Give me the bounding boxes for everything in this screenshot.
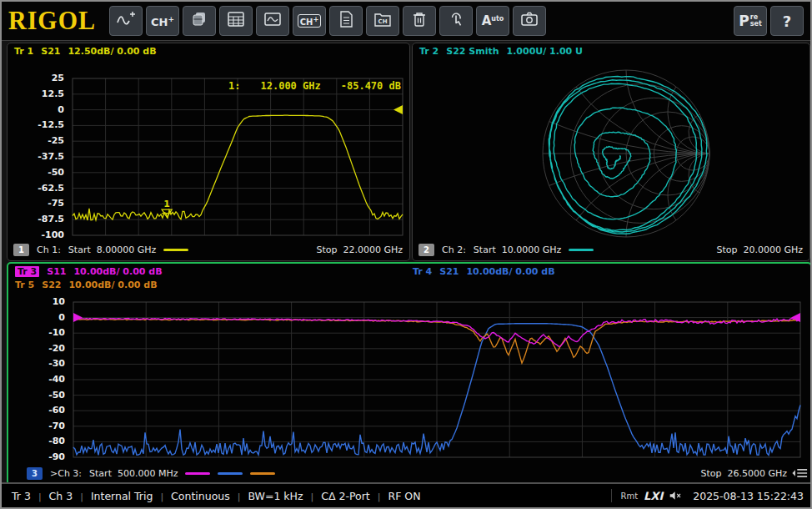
y-axis-tick: -87.5 [11,214,64,224]
toolbar-button-auto-scale[interactable]: Auto [476,6,509,36]
ch2-start: Start 10.0000 GHz [474,244,561,255]
toolbar-buttons: CH+CH+CHAuto [109,6,549,36]
trace-tr2-s22-smith [549,77,707,234]
toolbar: RIGOL CH+CH+CHAuto P reset ? [2,2,810,41]
y-axis-tick: -75 [11,198,64,209]
toolbar-button-preset[interactable]: P reset [734,6,767,36]
status-item: Continuous [171,490,230,502]
ch1-marker-readout: 1:12.000 GHz-85.470 dB [228,80,401,92]
ch1-start: Start 8.00000 GHz [68,244,156,255]
window-ch1[interactable]: Tr 1S2112.50dB/ 0.00 dB 1 1:12.000 GHz-8… [7,43,410,261]
status-item: Ch 3 [49,490,73,502]
auto-icon: Auto [482,13,504,28]
ch1-stop: Stop 22.0000 GHz [316,244,403,255]
ch2-stop: Stop 20.0000 GHz [716,244,803,255]
speaker-mute-icon [669,490,683,501]
window-ch3-active[interactable]: Tr 3S1110.00dB/ 0.00 dB Tr 4S2110.00dB/ … [7,262,812,486]
vna-screen: RIGOL CH+CH+CHAuto P reset ? Tr 1S2112.5… [0,0,812,509]
status-item: RF ON [388,490,420,502]
toolbar-button-touch[interactable] [439,6,473,36]
ch2-trace-swatch [569,249,594,251]
trash-icon [409,10,429,32]
y-axis-tick: 10 [12,296,65,307]
tr1-ref-level-marker [393,105,403,114]
marker-1-label: 1 [163,199,170,209]
y-axis-tick: -30 [12,358,65,369]
ch3-footer: 3 >Ch 3: Start 500.000 MHz Stop 26.5000 … [14,466,787,481]
toolbar-button-trash[interactable] [403,6,436,36]
trace-add-icon [115,10,137,32]
y-axis-tick: 0 [12,312,65,323]
y-axis-tick: -50 [12,390,65,401]
window-ch2[interactable]: Tr 2S22 Smith1.000U/ 1.00 U 2 Ch 2: Star… [412,43,810,261]
toolbar-button-layers[interactable] [183,6,216,36]
ch3-s22-swatch [250,472,275,475]
y-axis-tick: -80 [12,436,65,446]
status-separator: | [311,491,314,502]
status-item: Internal Trig [91,490,153,502]
svg-text:CH: CH [378,18,388,25]
ch1-badge[interactable]: 1 [13,244,29,256]
ch1-footer: 1 Ch 1: Start 8.00000 GHz Stop 22.0000 G… [13,242,403,257]
y-axis-tick: -90 [12,451,65,462]
toolbar-right-group: P reset ? [734,6,807,36]
y-axis-tick: 12.5 [11,88,64,99]
ch2-label: Ch 2: [442,244,466,255]
ch3-s21-swatch [218,472,243,475]
toolbar-button-screenshot[interactable] [513,6,546,36]
toolbar-button-trace-add[interactable] [109,6,143,36]
meas-window-icon [263,10,283,32]
preset-sublabel: reset [750,14,762,28]
toolbar-button-file-channel[interactable]: CH [366,6,399,36]
status-item: Tr 3 [12,490,31,502]
y-axis-tick: 25 [11,73,64,83]
ch3-plot[interactable] [8,264,807,481]
touch-icon [446,10,466,32]
rigol-logo: RIGOL [8,5,96,35]
ch1-label: Ch 1: [37,244,61,255]
ch2-smith-chart[interactable] [413,43,808,259]
help-icon: ? [783,13,791,30]
preset-label: P [739,13,749,29]
file-channel-icon: CH [373,10,393,32]
y-axis-tick: 0 [11,104,64,115]
layers-icon [189,10,209,32]
remote-indicator: Rmt [620,491,638,501]
ch3-s11-swatch [185,472,210,475]
ch1-trace-swatch [163,249,188,251]
menu-collapse-icon[interactable] [791,466,808,482]
ch3-badge[interactable]: 3 [27,467,43,480]
ch1-plot[interactable]: 1 [8,43,408,259]
lxi-indicator: LXI [644,490,663,502]
status-separator: | [378,491,381,502]
ch3-label: >Ch 3: [50,468,82,479]
y-axis-tick: -20 [12,343,65,354]
y-axis-tick: -50 [11,167,64,178]
status-separator: | [160,491,163,502]
camera-icon [519,10,539,32]
toolbar-button-channel-copy[interactable]: CH+ [293,6,326,36]
y-axis-tick: -62.5 [11,183,64,194]
toolbar-button-help[interactable]: ? [770,6,804,36]
status-item: BW=1 kHz [248,490,303,502]
status-bar: Tr 3|Ch 3|Internal Trig|Continuous|BW=1 … [2,482,810,507]
channel-copy-icon: CH+ [298,14,322,28]
y-axis-tick: -12.5 [11,119,64,130]
file-list-icon [336,10,356,32]
y-axis-tick: -100 [11,229,64,240]
toolbar-button-meas-window[interactable] [256,6,289,36]
toolbar-button-file-list[interactable] [329,6,363,36]
ch3-stop: Stop 26.5000 GHz [700,468,787,479]
datetime: 2025-08-13 15:22:43 [693,490,804,502]
status-item: CΔ 2-Port [321,490,370,502]
y-axis-tick: -10 [12,327,65,338]
toolbar-button-channel-add[interactable]: CH+ [146,6,179,36]
toolbar-button-table[interactable] [219,6,253,36]
ch3-start: Start 500.000 MHz [89,468,178,479]
tr3-ref-level-marker-left [73,313,83,322]
ch2-badge[interactable]: 2 [419,244,434,256]
y-axis-tick: -25 [11,135,64,146]
y-axis-tick: -60 [12,405,65,416]
status-separator: | [238,491,241,502]
status-items: Tr 3|Ch 3|Internal Trig|Continuous|BW=1 … [12,490,421,502]
